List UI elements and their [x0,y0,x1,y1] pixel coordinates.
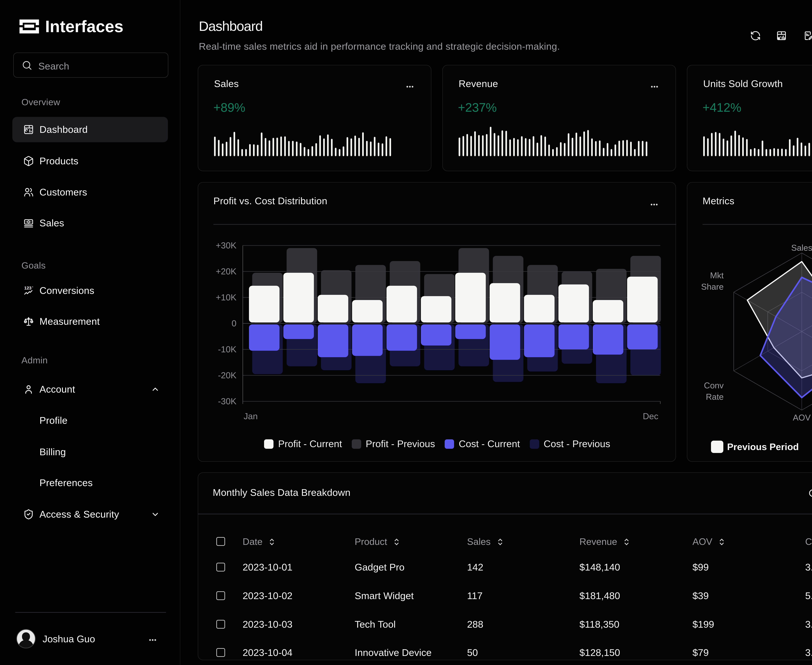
svg-text:+20K: +20K [216,267,236,276]
svg-text:Sales: Sales [791,243,812,252]
svg-text:+10K: +10K [216,292,236,302]
svg-text:AOV: AOV [793,413,811,422]
svg-text:Conv: Conv [704,381,723,390]
svg-text:Mkt: Mkt [710,271,723,280]
svg-text:-10K: -10K [218,344,236,354]
svg-text:Share: Share [701,282,723,292]
svg-text:+30K: +30K [216,241,236,250]
svg-text:Jan: Jan [244,411,258,421]
svg-text:123: 123 [24,286,31,290]
svg-text:-20K: -20K [218,370,236,380]
svg-text:Rate: Rate [706,392,723,401]
svg-text:-30K: -30K [218,396,236,406]
svg-text:0: 0 [231,318,236,328]
svg-text:Dec: Dec [643,411,658,421]
